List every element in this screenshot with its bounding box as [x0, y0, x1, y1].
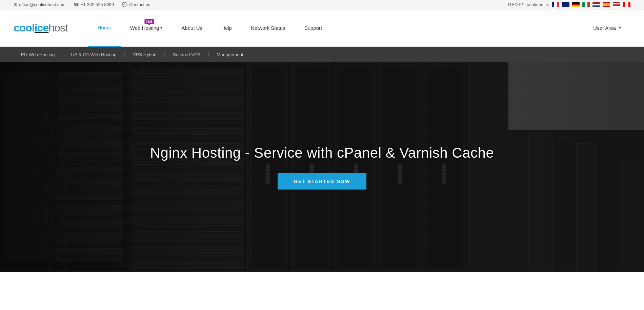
- logo-cool: cool: [14, 22, 35, 34]
- email-address: office@coolicehost.com: [19, 2, 65, 7]
- user-area-arrow-icon: ▾: [619, 26, 621, 30]
- hot-badge: Hot: [144, 19, 154, 24]
- email-icon: ✉: [14, 2, 17, 7]
- chat-label: Contact us: [129, 2, 150, 7]
- top-bar-contact: ✉ office@coolicehost.com ☎ +1 302 525 80…: [14, 2, 150, 7]
- sec-nav-management-label: Management: [217, 52, 243, 57]
- hero-title: Nginx Hosting - Service with cPanel & Va…: [150, 145, 494, 161]
- phone-icon: ☎: [74, 2, 79, 7]
- nav-right-section: User Area ▾: [584, 9, 630, 47]
- nav-home-label: Home: [98, 25, 111, 30]
- nav-support-label: Support: [304, 25, 322, 31]
- flag-uk[interactable]: [562, 2, 569, 7]
- flag-spain[interactable]: [603, 2, 610, 7]
- sec-nav-management[interactable]: Management: [209, 47, 251, 62]
- hero-section: coolicehost: [0, 62, 644, 272]
- get-started-button[interactable]: GET STARTED NOW: [278, 173, 366, 190]
- nav-item-home[interactable]: Home: [88, 9, 121, 47]
- logo-ice: ice: [35, 22, 48, 34]
- sec-nav-us-label: US & CA Web Hosting: [71, 52, 117, 57]
- nav-help-label: Help: [221, 25, 232, 31]
- nav-network-label: Network Status: [251, 25, 285, 31]
- flag-italy[interactable]: [582, 2, 590, 7]
- nav-item-network-status[interactable]: Network Status: [241, 9, 295, 47]
- main-nav: coolicehost Home Hot Web Hosting ▾ About…: [0, 9, 644, 47]
- sec-nav-secured-label: Secured VPS: [173, 52, 200, 57]
- sec-nav-vps-hybrid[interactable]: VPS Hybrid: [125, 47, 164, 62]
- sec-nav-eu-label: EU Web Hosting: [21, 52, 55, 57]
- user-area-dropdown[interactable]: User Area ▾: [584, 9, 630, 47]
- sec-nav-secured-vps[interactable]: Secured VPS: [165, 47, 208, 62]
- flag-canada[interactable]: [623, 2, 630, 7]
- nav-item-help[interactable]: Help: [212, 9, 241, 47]
- user-area-label: User Area: [593, 25, 616, 31]
- flag-netherlands[interactable]: [592, 2, 600, 7]
- phone-number: +1 302 525 8099: [81, 2, 114, 7]
- nav-about-label: About Us: [181, 25, 202, 31]
- geo-label: GEO IP Locations in:: [508, 2, 549, 7]
- flag-us[interactable]: [613, 2, 620, 7]
- logo[interactable]: coolicehost: [14, 22, 68, 34]
- phone-link[interactable]: ☎ +1 302 525 8099: [74, 2, 114, 7]
- sec-nav-us-ca-hosting[interactable]: US & CA Web Hosting: [64, 47, 124, 62]
- chat-link[interactable]: 💬 Contact us: [122, 2, 150, 7]
- nav-web-hosting-label: Web Hosting: [130, 25, 159, 31]
- nav-item-about-us[interactable]: About Us: [172, 9, 212, 47]
- secondary-nav: EU Web Hosting | US & CA Web Hosting | V…: [0, 47, 644, 62]
- top-bar: ✉ office@coolicehost.com ☎ +1 302 525 80…: [0, 0, 644, 9]
- geo-section: GEO IP Locations in:: [508, 2, 630, 7]
- nav-items-container: Home Hot Web Hosting ▾ About Us Help Net…: [88, 9, 630, 47]
- email-link[interactable]: ✉ office@coolicehost.com: [14, 2, 65, 7]
- flag-france[interactable]: [552, 2, 559, 7]
- hero-content: Nginx Hosting - Service with cPanel & Va…: [150, 145, 494, 190]
- sec-nav-eu-hosting[interactable]: EU Web Hosting: [14, 47, 62, 62]
- flag-germany[interactable]: [572, 2, 580, 7]
- nav-item-web-hosting[interactable]: Hot Web Hosting ▾: [121, 9, 172, 47]
- sec-nav-vps-label: VPS Hybrid: [133, 52, 157, 57]
- web-hosting-dropdown-icon: ▾: [160, 26, 162, 30]
- logo-host: host: [48, 22, 67, 34]
- chat-icon: 💬: [122, 2, 127, 7]
- nav-item-support[interactable]: Support: [295, 9, 332, 47]
